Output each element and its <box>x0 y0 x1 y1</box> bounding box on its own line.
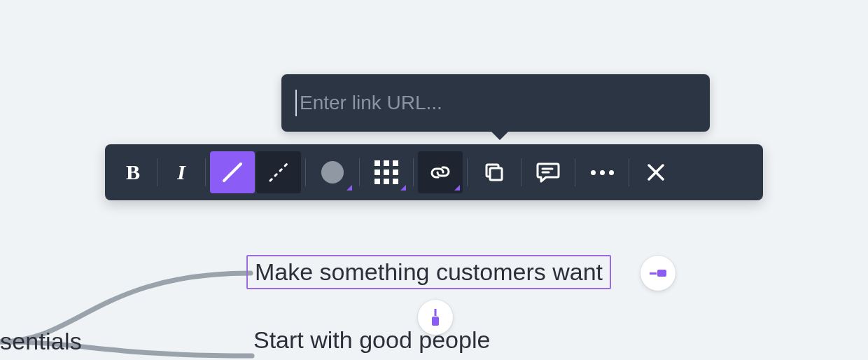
formatting-toolbar: B I <box>105 144 763 200</box>
add-sibling-icon <box>650 268 666 279</box>
shape-color-button[interactable] <box>310 151 355 193</box>
svg-rect-0 <box>657 270 666 277</box>
toolbar-separator <box>629 158 629 186</box>
comment-icon <box>536 162 560 183</box>
line-style-solid-button[interactable] <box>210 151 255 193</box>
add-child-handle[interactable] <box>418 300 453 335</box>
svg-rect-7 <box>490 168 502 180</box>
more-button[interactable] <box>580 151 624 193</box>
svg-rect-1 <box>650 272 657 275</box>
line-dashed-icon <box>265 158 293 186</box>
svg-line-4 <box>224 164 241 181</box>
dropdown-indicator-icon <box>346 185 352 191</box>
toolbar-separator <box>521 158 522 186</box>
toolbar-separator <box>305 158 306 186</box>
svg-rect-3 <box>435 309 437 316</box>
copy-icon <box>483 161 505 184</box>
dropdown-indicator-icon <box>454 185 460 191</box>
mindmap-node[interactable]: Start with good people <box>248 326 496 354</box>
icon-grid-button[interactable] <box>364 151 409 193</box>
link-button[interactable] <box>418 151 463 193</box>
toolbar-separator <box>205 158 206 186</box>
italic-icon: I <box>177 160 186 184</box>
toolbar-separator <box>413 158 414 186</box>
comment-button[interactable] <box>526 151 570 193</box>
bold-button[interactable]: B <box>113 151 153 193</box>
toolbar-separator <box>575 158 575 186</box>
link-url-popover <box>281 74 710 132</box>
svg-point-6 <box>321 161 344 184</box>
toolbar-separator <box>359 158 360 186</box>
root-node-label[interactable]: sentials <box>0 328 82 355</box>
link-icon <box>428 160 453 185</box>
copy-button[interactable] <box>472 151 517 193</box>
line-style-dashed-button[interactable] <box>256 151 301 193</box>
toolbar-separator <box>157 158 158 186</box>
italic-button[interactable]: I <box>162 151 201 193</box>
line-solid-icon <box>218 158 246 186</box>
mindmap-node-selected[interactable]: Make something customers want <box>246 255 611 289</box>
bold-icon: B <box>126 160 140 184</box>
add-child-icon <box>430 309 441 326</box>
text-caret <box>295 90 297 116</box>
circle-icon <box>320 160 345 185</box>
grid-icon <box>374 160 398 184</box>
toolbar-separator <box>467 158 468 186</box>
more-icon <box>591 170 614 175</box>
svg-rect-2 <box>432 317 439 326</box>
close-icon <box>646 162 666 182</box>
add-sibling-handle[interactable] <box>640 256 676 291</box>
link-url-input[interactable] <box>298 91 696 115</box>
svg-line-5 <box>270 164 287 181</box>
dropdown-indicator-icon <box>400 185 406 191</box>
close-button[interactable] <box>634 151 678 193</box>
